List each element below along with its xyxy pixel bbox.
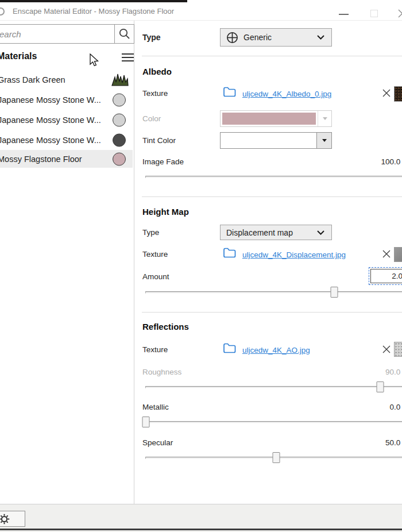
section-divider [142,56,402,56]
material-row-japanese-mossy-3[interactable]: Japanese Mossy Stone W... [0,130,133,150]
specular-slider[interactable] [145,457,402,459]
section-divider [142,312,402,313]
amount-label: Amount [142,272,169,281]
height-map-type-value: Displacement map [226,228,293,237]
type-dropdown[interactable]: Generic [220,28,332,47]
close-icon[interactable] [397,9,402,18]
window-title: Enscape Material Editor - Mossy Flagston… [13,7,174,16]
materials-header: Materials [0,51,37,61]
roughness-value: 90.0 % [323,368,402,376]
height-map-texture-thumbnail[interactable] [394,247,402,262]
reflections-texture-thumbnail[interactable] [394,342,402,357]
material-row-mossy-flagstone-floor-selected[interactable]: Mossy Flagstone Floor [0,150,133,168]
material-row-grass-dark-green[interactable]: Grass Dark Green [0,70,133,90]
material-thumbnail-circle [113,133,126,147]
image-fade-slider[interactable] [145,176,402,178]
slider-handle[interactable] [142,417,150,427]
material-thumbnail-circle [113,152,126,165]
reflections-texture-label: Texture [142,345,168,354]
slider-handle[interactable] [331,287,338,298]
albedo-texture-link[interactable]: uljcedw_4K_Albedo_0.jpg [242,90,331,98]
albedo-color-label: Color [142,114,161,123]
metallic-label: Metallic [142,403,169,411]
maximize-icon[interactable] [370,10,378,17]
metallic-value: 0.0 % [323,403,402,411]
material-row-japanese-mossy-2[interactable]: Japanese Mossy Stone W... [0,110,133,130]
amount-slider[interactable] [145,291,402,294]
hamburger-icon[interactable] [122,53,134,61]
image-fade-label: Image Fade [142,157,184,166]
bottom-statusbar [0,504,402,532]
albedo-texture-thumbnail[interactable] [394,86,402,102]
chevron-down-icon [317,35,324,40]
material-row-japanese-mossy-1[interactable]: Japanese Mossy Stone W... [0,90,133,110]
window-bottom-edge [0,529,402,530]
specular-value: 50.0 % [323,438,402,447]
roughness-label: Roughness [142,368,181,376]
height-map-type-dropdown[interactable]: Displacement map [220,225,332,240]
albedo-section-header: Albedo [142,67,172,76]
globe-icon [226,32,238,44]
reflections-texture-link[interactable]: uljcedw_4K_AO.jpg [242,346,310,354]
height-map-texture-link[interactable]: uljcedw_4K_Displacement.jpg [242,250,346,259]
chevron-down-icon [317,230,324,235]
material-thumbnail-circle [113,113,126,126]
mouse-cursor [89,53,102,68]
roughness-slider[interactable] [145,386,402,388]
folder-icon[interactable] [223,247,236,259]
type-label: Type [142,33,161,42]
materials-sidebar: Materials Grass Dark Green Japanese Moss… [0,21,134,504]
color-swatch [222,113,316,125]
titlebar: Enscape Material Editor - Mossy Flagston… [0,2,402,21]
minimize-icon[interactable] [339,14,349,15]
amount-input[interactable] [370,269,402,283]
type-dropdown-value: Generic [243,33,272,42]
gear-icon [0,514,10,525]
search-box [0,24,115,44]
x-icon[interactable] [382,345,391,353]
search-button[interactable] [114,24,134,44]
chevron-down-icon[interactable] [316,133,331,148]
grass-thumbnail-icon [111,73,129,86]
tint-color-label: Tint Color [142,136,176,145]
slider-handle[interactable] [272,452,280,463]
chevron-down-icon [318,111,331,126]
height-map-texture-label: Texture [142,250,168,259]
app-icon [0,7,5,16]
x-icon[interactable] [382,89,391,97]
settings-button[interactable] [0,511,25,527]
height-map-type-label: Type [142,228,159,237]
reflections-section-header: Reflections [142,322,189,331]
search-input[interactable] [0,25,114,43]
albedo-texture-label: Texture [142,89,168,98]
specular-label: Specular [142,438,173,447]
slider-handle[interactable] [376,381,384,392]
metallic-slider[interactable] [145,421,402,423]
tint-color-picker[interactable] [220,132,332,149]
height-map-section-header: Height Map [142,207,189,217]
material-properties-panel: Type Generic Albedo Texture uljcedw_4K_A… [135,21,402,504]
x-icon[interactable] [382,250,391,258]
folder-icon[interactable] [223,86,236,98]
material-thumbnail-circle [113,93,126,106]
folder-icon[interactable] [223,342,236,354]
section-divider [142,196,402,197]
search-icon [118,28,131,40]
image-fade-value: 100.0 % [323,157,402,166]
albedo-color-picker [220,110,332,127]
